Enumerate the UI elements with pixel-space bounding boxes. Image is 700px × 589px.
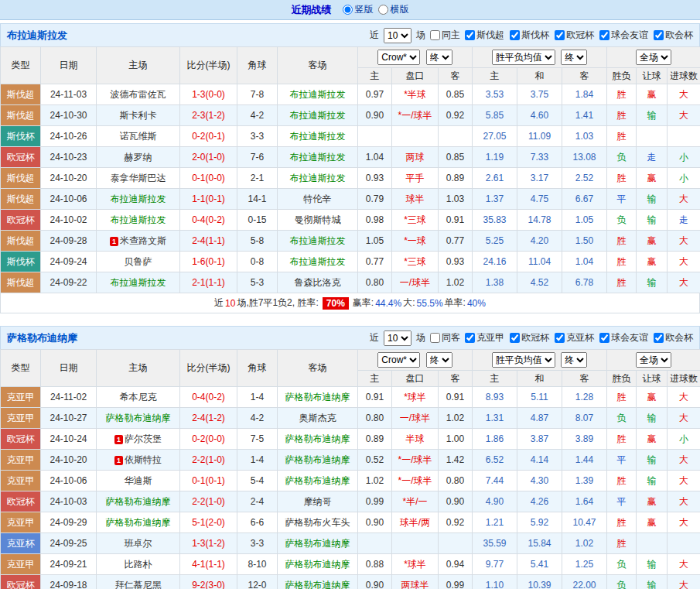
home-team-name[interactable]: 布拉迪斯拉发 [111,193,166,204]
odds-company-select[interactable]: Crow* [377,50,420,65]
avg-draw-odds: 3.87 [517,429,562,450]
avg-win-odds: 6.52 [473,450,517,471]
home-team-name[interactable]: 萨格勒布迪纳摩 [106,496,171,507]
away-team-name[interactable]: 萨格勒布迪纳摩 [285,392,350,402]
home-team-name[interactable]: 萨格勒布迪纳摩 [106,413,171,423]
layout-vertical-option[interactable]: 竖版 [343,3,374,16]
league-filter-checkbox[interactable] [510,30,520,40]
league-filter-checkbox[interactable] [599,333,610,343]
handicap-home-odds: 1.04 [358,147,392,168]
away-team-name[interactable]: 萨格勒布迪纳摩 [285,475,350,486]
league-filter[interactable]: 欧冠杯 [510,331,549,344]
league-filter-checkbox[interactable] [465,30,475,40]
league-filter-checkbox[interactable] [555,30,565,40]
home-team-cell: 华迪斯 [97,471,180,491]
league-filter[interactable]: 斯伐杯 [510,29,549,42]
avg-draw-odds: 5.11 [517,387,562,408]
league-filter-checkbox[interactable] [510,333,520,343]
same-venue-checkbox[interactable] [430,333,440,343]
match-date: 24-10-27 [41,408,97,429]
away-team-name[interactable]: 布拉迪斯拉发 [290,152,346,163]
same-venue-checkbox[interactable] [430,30,440,40]
games-count-select[interactable]: 10 [384,28,411,43]
result-mark: 胜 [607,533,637,554]
league-filter[interactable]: 欧会杯 [654,331,693,344]
vertical-radio[interactable] [343,5,353,15]
league-filter[interactable]: 欧冠杯 [555,29,594,42]
match-date: 24-10-26 [41,126,97,147]
handicap-away-odds [439,126,473,147]
handicap-mark: 输 [637,408,668,429]
home-team-name[interactable]: 萨格勒布迪纳摩 [106,517,171,528]
same-venue-filter[interactable]: 同主 [430,29,460,42]
layout-horizontal-option[interactable]: 横版 [378,3,409,16]
league-filter-checkbox[interactable] [465,333,475,343]
away-team-cell: 摩纳哥 [278,491,358,512]
away-team-name[interactable]: 萨格勒布迪纳摩 [285,433,350,444]
match-score: 2-1(1-1) [180,272,237,293]
league-filter[interactable]: 球会友谊 [599,331,648,344]
odds-final-select[interactable]: 终 [426,352,452,368]
away-team-name[interactable]: 萨格勒布迪纳摩 [285,454,350,465]
avg-final-select[interactable]: 终 [561,50,587,65]
away-team-name[interactable]: 萨格勒布迪纳摩 [285,538,350,549]
handicap-home-odds: 0.97 [358,84,392,105]
odds-final-select[interactable]: 终 [426,50,452,65]
handicap-header: Crow* 终 [358,350,473,371]
games-count-select[interactable]: 10 [384,330,411,346]
league-filter-checkbox[interactable] [599,30,610,40]
away-team-name[interactable]: 布拉迪斯拉发 [290,110,346,121]
corner-score: 12-0 [237,575,278,589]
league-filter[interactable]: 克亚甲 [465,331,504,344]
sub-header-lose: 客 [562,68,607,84]
away-team-name[interactable]: 萨格勒布迪纳摩 [285,580,350,589]
league-filter[interactable]: 克亚杯 [555,331,594,344]
handicap-line: *球半 [392,387,439,408]
horizontal-radio[interactable] [378,5,388,15]
col-header-type: 类型 [1,47,41,84]
away-team-name[interactable]: 布拉迪斯拉发 [290,173,346,183]
match-date: 24-10-20 [41,450,97,471]
league-filter-checkbox[interactable] [654,333,664,343]
match-score: 0-4(0-2) [180,210,237,231]
scope-select[interactable]: 全场 [636,50,671,65]
away-team-name[interactable]: 布拉迪斯拉发 [290,235,346,246]
league-filter[interactable]: 球会友谊 [599,29,648,42]
handicap-away-odds: 1.42 [439,450,473,471]
avg-win-odds: 9.77 [473,554,517,575]
handicap-home-odds: 0.79 [358,189,392,210]
league-filter-checkbox[interactable] [654,30,664,40]
avg-odds-select[interactable]: 胜平负均值 [492,50,555,65]
same-venue-filter[interactable]: 同客 [430,331,460,344]
handicap-home-odds: 0.90 [358,575,392,589]
away-team-name[interactable]: 布拉迪斯拉发 [290,256,346,267]
away-team-name[interactable]: 布拉迪斯拉发 [290,89,346,100]
away-team-name[interactable]: 布拉迪斯拉发 [290,131,346,142]
avg-lose-odds: 1.28 [562,387,607,408]
avg-final-select[interactable]: 终 [561,352,587,368]
avg-win-odds: 1.38 [473,272,517,293]
odds-company-select[interactable]: Crow* [377,352,420,368]
league-filter[interactable]: 斯伐超 [465,29,504,42]
home-team-name[interactable]: 布拉迪斯拉发 [111,277,166,288]
away-team-cell: 布拉迪斯拉发 [278,126,358,147]
col-header-date: 日期 [41,47,97,84]
away-team-name[interactable]: 萨格勒布迪纳摩 [285,559,350,570]
goals-mark: 大 [668,408,700,429]
scope-select[interactable]: 全场 [636,352,671,368]
sub-header-handicap-result: 让球 [637,68,668,84]
away-team-cell: 布拉迪斯拉发 [278,84,358,105]
goals-mark: 大 [668,512,700,533]
handicap-mark [637,126,668,147]
corner-score: 7-5 [237,429,278,450]
result-mark: 胜 [607,272,637,293]
near-label: 近 [370,29,379,42]
avg-odds-select[interactable]: 胜平负均值 [492,352,555,368]
league-filter[interactable]: 欧会杯 [654,29,693,42]
avg-draw-odds: 4.26 [517,491,562,512]
sub-header-result: 胜负 [607,68,637,84]
league-filter-checkbox[interactable] [555,333,565,343]
league-filter-label: 球会友谊 [611,331,648,344]
away-team-cell: 萨格勒布迪纳摩 [278,575,358,589]
home-team-name[interactable]: 布拉迪斯拉发 [111,214,166,225]
